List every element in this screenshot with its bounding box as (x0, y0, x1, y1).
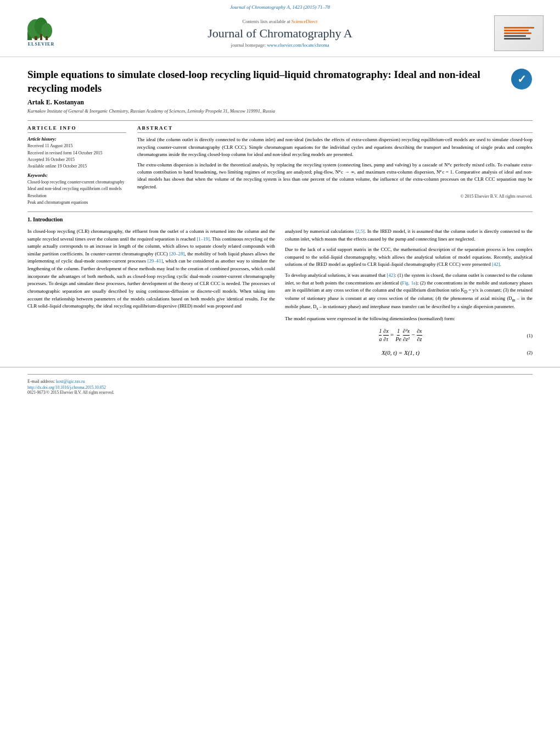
keyword-1: Closed-loop recycling counter-current ch… (27, 179, 126, 185)
frac-dx-den: ∂z (417, 336, 422, 343)
sciencedirect-link[interactable]: ScienceDirect (292, 19, 318, 24)
crossmark-icon: ✓ (511, 69, 532, 90)
cover-line-5 (504, 38, 530, 40)
frac-dx-num: ∂x (417, 328, 422, 336)
keywords-label: Keywords: (27, 172, 126, 178)
crossmark-logo: ✓ (511, 68, 533, 90)
svg-rect-6 (46, 36, 48, 40)
elsevier-tree-icon (25, 15, 58, 40)
journal-title-header: Journal of Chromatography A (66, 26, 494, 41)
section-divider (27, 211, 533, 212)
fraction-1-a-num: 1 (379, 328, 382, 336)
fraction-dx-dz: ∂x ∂z (417, 328, 422, 343)
header-center: Contents lists available at ScienceDirec… (66, 19, 494, 48)
equation-1: 1 a ∂x ∂τ = 1 Pe (285, 327, 533, 344)
abstract-header: ABSTRACT (137, 125, 533, 133)
footer: E-mail address: kost@igic.ras.ru http://… (0, 367, 560, 398)
body-right-text-2: Due to the lack of a solid support matri… (285, 246, 533, 269)
frac-pe-den: Pe (396, 336, 402, 343)
info-abstract-section: ARTICLE INFO Article history: Received 1… (27, 125, 533, 206)
eq2-number: (2) (516, 350, 533, 355)
author-name: Artak E. Kostanyan (27, 98, 533, 107)
eq1-minus: − (411, 331, 417, 338)
fig-1a-ref[interactable]: Fig. 1a (402, 280, 416, 286)
body-left-text: In closed-loop recycling (CLR) chromatog… (27, 228, 275, 310)
fraction-partial-x-t: ∂x ∂τ (383, 328, 388, 343)
eq1-equals: = (390, 331, 395, 338)
email-link[interactable]: kost@igic.ras.ru (56, 379, 85, 384)
ref-42b[interactable]: [42] (387, 272, 395, 278)
issn: 0021-9673/© 2015 Elsevier B.V. All right… (27, 390, 533, 395)
keyword-2: Ideal and non-ideal recycling equilibriu… (27, 186, 126, 192)
cover-line-4 (504, 35, 526, 37)
body-left-col: In closed-loop recycling (CLR) chromatog… (27, 228, 275, 361)
article-info-col: ARTICLE INFO Article history: Received 1… (27, 125, 126, 206)
keyword-4: Peak and chromatogram equations (27, 199, 126, 205)
header-content: ELSEVIER Contents lists available at Sci… (0, 12, 560, 54)
available-date: Available online 19 October 2015 (27, 163, 126, 169)
body-right-text-1: analyzed by numerical calculations [2,5]… (285, 228, 533, 243)
fraction-d2x-dz2: ∂²x ∂z² (403, 328, 410, 343)
divider (27, 120, 533, 121)
abstract-paragraph-2: The extra-column dispersion is included … (137, 161, 533, 191)
article-info-header: ARTICLE INFO (27, 125, 126, 133)
body-columns: In closed-loop recycling (CLR) chromatog… (27, 228, 533, 361)
copyright: © 2015 Elsevier B.V. All rights reserved… (137, 194, 533, 199)
homepage-link[interactable]: www.elsevier.com/locate/chroma (267, 42, 329, 48)
journal-homepage: journal homepage: www.elsevier.com/locat… (66, 42, 494, 48)
article-title-section: Simple equations to simulate closed-loop… (27, 63, 533, 95)
email-footnote: E-mail address: kost@igic.ras.ru (27, 379, 533, 384)
equation-1-content: 1 a ∂x ∂τ = 1 Pe (285, 328, 516, 343)
equation-2-content: X(0, t) = X(1, t) (285, 349, 516, 356)
doi-link[interactable]: http://dx.doi.org/10.1016/j.chroma.2015.… (27, 385, 533, 390)
history-label: Article history: (27, 136, 126, 142)
intro-title: 1. Introduction (27, 216, 533, 222)
contents-line: Contents lists available at ScienceDirec… (66, 19, 494, 24)
journal-ref: Journal of Chromatography A, 1423 (2015)… (0, 4, 560, 10)
ref-20-28[interactable]: [20–28] (169, 251, 184, 256)
elsevier-logo: ELSEVIER (16, 15, 66, 51)
eq2-text: X(0, t) = X(1, t) (382, 349, 419, 356)
equation-2: X(0, t) = X(1, t) (2) (285, 348, 533, 357)
footer-divider (27, 374, 533, 375)
ref-1-19[interactable]: [1–19] (197, 236, 209, 242)
cover-line-1 (504, 27, 534, 29)
frac-num-dx: ∂x (383, 328, 388, 336)
body-right-text-4: The model equations were expressed in th… (285, 315, 533, 323)
svg-rect-4 (35, 36, 37, 40)
frac-d2x-num: ∂²x (403, 328, 410, 336)
svg-rect-5 (40, 34, 42, 40)
frac-d2x-den: ∂z² (403, 336, 410, 343)
eq1-partial-x-t: ∂x ∂τ (383, 331, 390, 338)
elsevier-brand: ELSEVIER (28, 42, 54, 47)
journal-cover (494, 15, 544, 51)
intro-title-text: 1. Introduction (27, 216, 63, 222)
eq1-number: (1) (516, 333, 533, 338)
body-right-text-3: To develop analytical solutions, it was … (285, 272, 533, 312)
cover-decoration (504, 27, 534, 40)
ref-42[interactable]: [42] (492, 261, 500, 267)
email-label: E-mail address: (27, 379, 55, 384)
body-right-col: analyzed by numerical calculations [2,5]… (285, 228, 533, 361)
journal-header: Journal of Chromatography A, 1423 (2015)… (0, 0, 560, 57)
fraction-1-pe: 1 Pe (396, 328, 402, 343)
frac-den-dt: ∂τ (384, 336, 389, 343)
accepted-date: Accepted 16 October 2015 (27, 157, 126, 163)
abstract-paragraph-1: The ideal (the column outlet is directly… (137, 136, 533, 158)
fraction-1-a-den: a (379, 336, 382, 343)
keyword-3: Resolution (27, 193, 126, 199)
author-affiliation: Kurnakov Institute of General & Inorgani… (27, 108, 533, 114)
received-revised: Received in revised form 14 October 2015 (27, 150, 126, 156)
ref-29-41[interactable]: [29–41] (148, 258, 163, 264)
svg-point-3 (41, 23, 52, 38)
frac-pe-num: 1 (397, 328, 400, 336)
article-title: Simple equations to simulate closed-loop… (27, 68, 502, 95)
cover-line-2 (504, 30, 529, 31)
page: Journal of Chromatography A, 1423 (2015)… (0, 0, 560, 742)
cover-line-3 (504, 32, 531, 34)
fraction-1-a: 1 a (379, 328, 382, 343)
ref-2-5[interactable]: [2,5] (355, 228, 365, 234)
received-date: Received 11 August 2015 (27, 143, 126, 149)
abstract-col: ABSTRACT The ideal (the column outlet is… (137, 125, 533, 206)
main-content: Simple equations to simulate closed-loop… (0, 57, 560, 361)
